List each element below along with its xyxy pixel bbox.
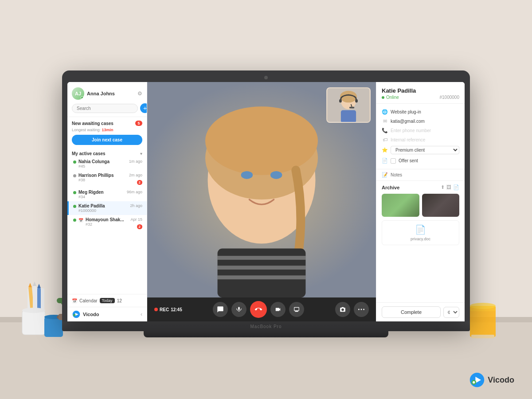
rec-label: REC: [160, 307, 169, 312]
phone-field[interactable]: 📞 Enter phone number: [382, 126, 459, 135]
offer-field: 📄 Offer sent: [382, 156, 459, 165]
notes-section[interactable]: 📝 Notes: [376, 169, 465, 181]
case-time: 2m ago: [129, 173, 142, 177]
case-notification-badge: 2: [137, 224, 142, 229]
archive-thumbnail-dark[interactable]: [422, 194, 460, 217]
case-time: Apr 15: [130, 217, 142, 222]
laptop-base: MacBook Pro: [62, 321, 470, 331]
case-id: #45: [78, 164, 127, 168]
svg-rect-43: [341, 110, 356, 122]
settings-icon[interactable]: ⚙: [137, 90, 142, 97]
case-time: 2h ago: [130, 203, 142, 208]
svg-point-32: [270, 171, 282, 179]
archive-thumbnail-house[interactable]: [382, 194, 419, 217]
chat-button[interactable]: [213, 302, 228, 317]
svg-rect-41: [355, 99, 358, 103]
search-input[interactable]: [72, 104, 138, 113]
offer-checkbox-row: Offer sent: [391, 158, 418, 164]
laptop-camera: [264, 76, 268, 79]
calendar-today-label: Today: [100, 298, 115, 303]
archive-image-icon[interactable]: 🖼: [446, 184, 451, 190]
svg-rect-9: [22, 310, 45, 335]
case-id: #38: [78, 178, 127, 182]
more-options-button[interactable]: [354, 302, 369, 317]
sidebar: AJ Anna Johns ⚙ + New awaiting cases: [67, 82, 147, 321]
screenshot-button[interactable]: [335, 302, 350, 317]
case-id: #34: [78, 195, 125, 199]
reference-placeholder[interactable]: Internal reference: [391, 137, 425, 142]
svg-marker-4: [28, 283, 32, 287]
vicodo-logo-icon: [469, 372, 485, 388]
main-video-area: REC 12:45: [147, 82, 376, 321]
online-dot: [382, 96, 384, 99]
add-button[interactable]: +: [140, 103, 147, 113]
status-dot: [73, 174, 76, 177]
pip-agent-video: [327, 88, 370, 122]
brand-logo-icon: [72, 310, 81, 319]
svg-rect-13: [470, 306, 496, 337]
awaiting-header: New awaiting cases 5: [72, 121, 142, 126]
list-item[interactable]: 📅 Homayoun Shak... #32 Apr 15 2: [67, 215, 147, 232]
svg-marker-8: [37, 284, 41, 288]
case-name: Meg Rigden: [78, 190, 125, 195]
client-type-select[interactable]: Premium client Standard client: [391, 146, 459, 154]
complete-button[interactable]: Complete: [382, 306, 441, 318]
action-settings-select[interactable]: ⚙: [443, 307, 459, 318]
calendar-icon: 📅: [78, 218, 83, 223]
end-call-button[interactable]: [250, 301, 267, 318]
svg-marker-6: [33, 282, 36, 286]
svg-rect-7: [37, 288, 41, 315]
archive-header: Archive ⬆ 🖼 📄: [382, 184, 459, 190]
screen-share-button[interactable]: [289, 302, 304, 317]
chevron-down-icon[interactable]: ▾: [140, 151, 142, 156]
case-time: 96m ago: [127, 190, 142, 194]
status-dot: [73, 191, 76, 194]
laptop-stand: [144, 331, 388, 337]
collapse-sidebar-button[interactable]: ‹: [141, 311, 142, 317]
panel-footer: Complete ⚙: [376, 302, 465, 321]
phone-icon: 📞: [382, 128, 388, 133]
laptop-screen: AJ Anna Johns ⚙ + New awaiting cases: [67, 82, 465, 321]
svg-point-12: [44, 315, 63, 319]
offer-checkbox[interactable]: [391, 158, 396, 164]
active-cases-header: My active cases ▾: [67, 149, 147, 157]
notes-label: Notes: [391, 172, 402, 177]
calendar-row[interactable]: 📅 Calendar Today 12: [72, 298, 122, 303]
svg-point-26: [73, 314, 75, 316]
archive-file-icon[interactable]: 📄: [453, 184, 459, 190]
status-dot: [73, 160, 76, 164]
microphone-button[interactable]: [231, 302, 246, 317]
svg-rect-5: [33, 286, 36, 315]
status-dot: [73, 205, 76, 208]
join-next-case-button[interactable]: Join next case: [72, 135, 142, 145]
globe-icon: 🌐: [382, 109, 388, 115]
search-row: +: [72, 103, 142, 113]
list-item[interactable]: Harrison Phillips #38 2m ago 2: [67, 171, 147, 188]
laptop-container: AJ Anna Johns ⚙ + New awaiting cases: [62, 70, 470, 337]
archive-upload-icon[interactable]: ⬆: [441, 184, 445, 190]
case-meta: 1m ago: [129, 159, 142, 164]
camera-button[interactable]: [270, 302, 286, 317]
archive-grid: [382, 194, 459, 217]
case-meta: Apr 15 2: [130, 217, 142, 230]
contact-id: #1000000: [440, 95, 460, 100]
svg-point-10: [22, 308, 45, 313]
svg-rect-36: [218, 275, 306, 279]
case-meta: 2m ago 2: [129, 173, 142, 185]
svg-rect-34: [218, 256, 306, 260]
reference-field[interactable]: 🏷 Internal reference: [382, 135, 459, 144]
svg-point-46: [363, 309, 364, 310]
phone-placeholder[interactable]: Enter phone number: [391, 128, 431, 133]
case-notification-badge: 2: [137, 180, 142, 185]
status-dot: [73, 219, 76, 222]
client-type-field[interactable]: ⭐ Premium client Standard client: [382, 144, 459, 156]
list-item[interactable]: Nahia Colunga #45 1m ago: [67, 157, 147, 171]
case-name: Katie Padilla: [78, 203, 128, 208]
list-item[interactable]: Katie Padilla #1000000 2h ago: [67, 201, 147, 215]
case-info: Meg Rigden #34: [78, 190, 125, 199]
archive-title: Archive: [382, 185, 399, 190]
archive-file-item[interactable]: 📄 privacy.doc: [382, 220, 459, 245]
list-item[interactable]: Meg Rigden #34 96m ago: [67, 188, 147, 201]
user-info: AJ Anna Johns ⚙: [72, 87, 142, 100]
svg-rect-2: [27, 288, 44, 321]
